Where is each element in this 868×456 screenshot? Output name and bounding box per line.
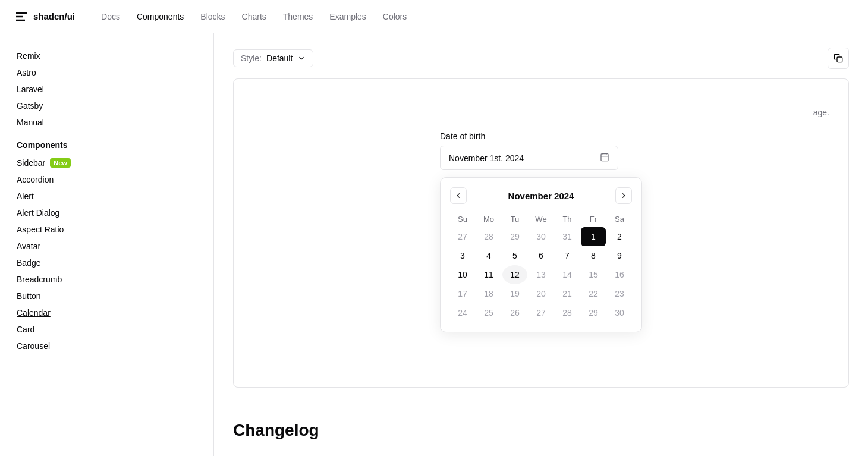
cal-day-header: Tu [502, 211, 527, 227]
nav-item-colors[interactable]: Colors [376, 8, 414, 25]
calendar-day-cell[interactable]: 20 [529, 284, 553, 303]
datepicker-input[interactable]: November 1st, 2024 [440, 146, 618, 170]
chevron-down-icon [297, 54, 306, 62]
nav-item-blocks[interactable]: Blocks [193, 8, 232, 25]
chevron-right-icon [619, 191, 628, 200]
style-label: Style: [241, 54, 262, 63]
calendar-day-cell[interactable]: 29 [581, 303, 606, 322]
sidebar-item-avatar[interactable]: Avatar [10, 238, 204, 254]
sidebar-item-label: Alert [17, 191, 34, 201]
sidebar-item-label: Calendar [17, 308, 51, 317]
calendar-day-cell[interactable]: 9 [607, 246, 632, 265]
nav-item-charts[interactable]: Charts [235, 8, 273, 25]
calendar-day-cell[interactable]: 21 [555, 284, 580, 303]
sidebar-item-button[interactable]: Button [10, 288, 204, 304]
sidebar-item-gatsby[interactable]: Gatsby [10, 98, 204, 114]
sidebar-item-astro[interactable]: Astro [10, 64, 204, 81]
calendar-day-cell[interactable]: 28 [555, 303, 580, 322]
nav-item-components[interactable]: Components [130, 8, 191, 25]
calendar-day-cell[interactable]: 30 [529, 227, 553, 246]
next-month-button[interactable] [615, 187, 632, 204]
changelog-section: Changelog [233, 407, 849, 440]
demo-area: age. Date of birth November 1st, 2024 [233, 78, 849, 388]
calendar-day-cell[interactable]: 25 [476, 303, 501, 322]
main-content: Style: Default age. Date of birth Novemb… [214, 33, 868, 456]
sidebar-item-manual[interactable]: Manual [10, 114, 204, 131]
logo-icon [14, 10, 29, 24]
calendar-day-cell[interactable]: 19 [502, 284, 527, 303]
logo[interactable]: shadcn/ui [14, 10, 75, 24]
demo-toolbar: Style: Default [233, 48, 849, 69]
sidebar-item-aspect-ratio[interactable]: Aspect Ratio [10, 221, 204, 238]
calendar-day-cell[interactable]: 16 [607, 265, 632, 284]
calendar-day-cell[interactable]: 8 [581, 246, 606, 265]
calendar-week-row: 272829303112 [450, 227, 632, 246]
chevron-left-icon [454, 191, 463, 200]
calendar-day-cell[interactable]: 31 [555, 227, 580, 246]
calendar-day-cell[interactable]: 22 [581, 284, 606, 303]
calendar-day-cell[interactable]: 27 [450, 227, 475, 246]
nav-item-docs[interactable]: Docs [94, 8, 127, 25]
calendar-day-cell[interactable]: 1 [581, 227, 606, 246]
svg-rect-4 [601, 154, 608, 161]
calendar-day-cell[interactable]: 12 [502, 265, 527, 284]
nav-item-examples[interactable]: Examples [322, 8, 373, 25]
calendar-day-cell[interactable]: 7 [555, 246, 580, 265]
sidebar-item-label: Aspect Ratio [17, 225, 64, 234]
calendar-day-cell[interactable]: 3 [450, 246, 475, 265]
calendar-week-row: 24252627282930 [450, 303, 632, 322]
sidebar-item-label: Card [17, 325, 34, 334]
new-badge: New [50, 158, 71, 168]
calendar-day-cell[interactable]: 18 [476, 284, 501, 303]
sidebar-item-laravel[interactable]: Laravel [10, 81, 204, 98]
calendar-day-cell[interactable]: 24 [450, 303, 475, 322]
sidebar-item-remix[interactable]: Remix [10, 48, 204, 64]
calendar-day-cell[interactable]: 6 [529, 246, 553, 265]
calendar-day-cell[interactable]: 13 [529, 265, 553, 284]
sidebar-item-accordion[interactable]: Accordion [10, 171, 204, 188]
sidebar-item-alert[interactable]: Alert [10, 188, 204, 205]
sidebar-section-title: Components [10, 136, 204, 155]
calendar-day-cell[interactable]: 17 [450, 284, 475, 303]
calendar-day-cell[interactable]: 23 [607, 284, 632, 303]
calendar-header: November 2024 [450, 187, 632, 204]
calendar-day-cell[interactable]: 27 [529, 303, 553, 322]
sidebar-item-badge[interactable]: Badge [10, 254, 204, 271]
calendar-day-cell[interactable]: 26 [502, 303, 527, 322]
calendar-day-cell[interactable]: 5 [502, 246, 527, 265]
nav-item-themes[interactable]: Themes [276, 8, 320, 25]
calendar-day-cell[interactable]: 10 [450, 265, 475, 284]
demo-hint: age. [813, 108, 829, 117]
sidebar: RemixAstroLaravelGatsbyManualComponentsS… [0, 33, 214, 456]
cal-day-header: Sa [607, 211, 632, 227]
sidebar-item-sidebar[interactable]: SidebarNew [10, 155, 204, 171]
calendar-week-row: 3456789 [450, 246, 632, 265]
style-selector[interactable]: Style: Default [233, 49, 313, 67]
sidebar-item-card[interactable]: Card [10, 321, 204, 338]
sidebar-item-alert-dialog[interactable]: Alert Dialog [10, 205, 204, 221]
calendar-day-cell[interactable]: 11 [476, 265, 501, 284]
sidebar-item-label: Accordion [17, 175, 54, 184]
sidebar-item-label: Breadcrumb [17, 275, 62, 284]
sidebar-item-calendar[interactable]: Calendar [10, 304, 204, 321]
copy-button[interactable] [828, 48, 849, 69]
cal-day-header: Mo [476, 211, 501, 227]
datepicker-wrapper: Date of birth November 1st, 2024 [440, 108, 642, 332]
sidebar-item-breadcrumb[interactable]: Breadcrumb [10, 271, 204, 288]
changelog-title: Changelog [233, 421, 849, 440]
sidebar-item-label: Button [17, 291, 40, 301]
sidebar-item-carousel[interactable]: Carousel [10, 338, 204, 354]
calendar-week-row: 10111213141516 [450, 265, 632, 284]
calendar-day-cell[interactable]: 29 [502, 227, 527, 246]
calendar-grid: SuMoTuWeThFrSa27282930311234567891011121… [450, 211, 632, 322]
calendar-day-cell[interactable]: 15 [581, 265, 606, 284]
datepicker-container: Date of birth November 1st, 2024 [440, 131, 642, 332]
datepicker-input-text: November 1st, 2024 [449, 153, 524, 163]
calendar-day-cell[interactable]: 14 [555, 265, 580, 284]
calendar-day-cell[interactable]: 30 [607, 303, 632, 322]
sidebar-item-label: Sidebar [17, 158, 45, 168]
calendar-day-cell[interactable]: 28 [476, 227, 501, 246]
prev-month-button[interactable] [450, 187, 467, 204]
calendar-day-cell[interactable]: 2 [607, 227, 632, 246]
calendar-day-cell[interactable]: 4 [476, 246, 501, 265]
